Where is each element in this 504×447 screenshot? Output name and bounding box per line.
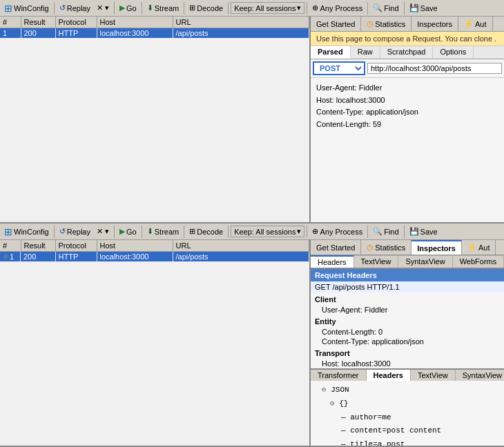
winconfig-button-2[interactable]: ⊞ WinConfig bbox=[1, 226, 52, 238]
sep-1 bbox=[54, 2, 55, 14]
bottom-tab-textview[interactable]: TextView bbox=[411, 370, 456, 381]
tree-toggle-obj[interactable]: ⊖ bbox=[330, 399, 335, 408]
compose-tab-raw[interactable]: Raw bbox=[351, 46, 380, 59]
sep-2-2 bbox=[114, 226, 115, 238]
entity-item-1: Content-Length: 0 bbox=[311, 327, 504, 337]
replay-button-2[interactable]: ↺ Replay bbox=[57, 226, 93, 237]
pane-1: ⊞ WinConfig ↺ Replay ✕ ▾ ▶ Go ⬇ Stream ⊞… bbox=[0, 0, 504, 223]
keep-sessions-button[interactable]: Keep: All sessions ▾ bbox=[231, 2, 304, 14]
info-bar-1: Use this page to compose a Request. You … bbox=[311, 32, 504, 46]
find-button[interactable]: 🔍 Find bbox=[370, 3, 401, 13]
inspector-sub-tabs: Headers TextView SyntaxView WebForms bbox=[311, 255, 504, 269]
transport-label: Transport bbox=[311, 348, 504, 359]
find-button-2[interactable]: 🔍 Find bbox=[370, 226, 401, 237]
cell-result-2: 200 bbox=[21, 252, 55, 262]
sub-tab-textview[interactable]: TextView bbox=[354, 255, 399, 268]
cell-result: 200 bbox=[21, 28, 55, 39]
header-line-1: User-Agent: Fiddler bbox=[316, 82, 498, 95]
sep-2 bbox=[114, 2, 115, 14]
col-header-protocol-2: Protocol bbox=[55, 240, 97, 252]
entity-section: Entity Content-Length: 0 Content-Type: a… bbox=[311, 315, 504, 346]
toolbar-2: ⊞ WinConfig ↺ Replay ✕ ▾ ▶ Go ⬇ Stream ⊞… bbox=[0, 223, 504, 240]
stream-button-1[interactable]: ⬇ Stream bbox=[144, 3, 182, 13]
stats-icon-2: ◷ bbox=[367, 243, 374, 252]
tab-aut-1[interactable]: ⚡ Aut bbox=[458, 17, 493, 31]
decode-button-2[interactable]: ⊞ Decode bbox=[186, 226, 226, 237]
col-header-url-1: URL bbox=[173, 17, 309, 28]
header-line-2: Host: localhost:3000 bbox=[316, 95, 498, 107]
decode-icon-2: ⊞ bbox=[189, 227, 195, 236]
sep-2-8 bbox=[404, 226, 405, 238]
tab-statistics-2[interactable]: ◷ Statistics bbox=[361, 240, 411, 255]
request-headers-title: Request Headers bbox=[311, 269, 504, 281]
save-button[interactable]: 💾 Save bbox=[407, 3, 440, 13]
table-row[interactable]: 1 200 HTTP localhost:3000 /api/posts bbox=[0, 28, 309, 39]
tab-get-started-1[interactable]: Get Started bbox=[311, 17, 361, 31]
any-process-button-2[interactable]: ⊕ Any Process bbox=[309, 226, 365, 237]
cell-protocol: HTTP bbox=[55, 28, 97, 39]
compose-tab-options[interactable]: Options bbox=[433, 46, 474, 59]
x-button-2[interactable]: ✕ ▾ bbox=[94, 226, 112, 237]
sep-8 bbox=[404, 2, 405, 14]
x-button[interactable]: ✕ ▾ bbox=[94, 3, 112, 13]
winconfig-icon: ⊞ bbox=[4, 3, 12, 14]
sub-tab-webforms[interactable]: WebForms bbox=[453, 255, 504, 268]
client-item-1: User-Agent: Fiddler bbox=[311, 305, 504, 315]
tab-inspectors-1[interactable]: Inspectors bbox=[411, 17, 458, 31]
col-header-num-2: # bbox=[0, 240, 21, 252]
decode-button[interactable]: ⊞ Decode bbox=[186, 3, 226, 13]
sep-2-5 bbox=[228, 226, 229, 238]
lightning-icon-1: ⚡ bbox=[464, 19, 474, 28]
keep-sessions-button-2[interactable]: Keep: All sessions ▾ bbox=[231, 226, 304, 237]
bottom-tab-syntaxview[interactable]: SyntaxView bbox=[456, 370, 504, 381]
sep-2-6 bbox=[307, 226, 307, 238]
sep-2-7 bbox=[367, 226, 368, 238]
session-panel-1: # Result Protocol Host URL 1 200 HTTP lo bbox=[0, 17, 311, 222]
sep-4 bbox=[184, 2, 184, 14]
save-button-2[interactable]: 💾 Save bbox=[407, 226, 440, 237]
table-row[interactable]: ⚙1 200 HTTP localhost:3000 /api/posts bbox=[0, 252, 309, 262]
toolbar-1: ⊞ WinConfig ↺ Replay ✕ ▾ ▶ Go ⬇ Stream ⊞… bbox=[0, 0, 504, 17]
right-panel-1: Get Started ◷ Statistics Inspectors ⚡ Au… bbox=[311, 17, 504, 222]
cell-url-2: /api/posts bbox=[173, 252, 309, 262]
stream-icon-1: ⬇ bbox=[147, 3, 153, 12]
compose-tab-parsed[interactable]: Parsed bbox=[311, 46, 351, 59]
sep-5 bbox=[228, 2, 229, 14]
col-header-host-1: Host bbox=[97, 17, 173, 28]
tab-inspectors-2[interactable]: Inspectors bbox=[411, 240, 462, 255]
entity-item-2: Content-Type: application/json bbox=[311, 337, 504, 346]
go-icon-2: ▶ bbox=[119, 227, 125, 236]
replay-button-1[interactable]: ↺ Replay bbox=[57, 3, 93, 13]
url-input[interactable] bbox=[367, 63, 502, 74]
winconfig-icon-2: ⊞ bbox=[4, 226, 12, 237]
sub-tab-headers[interactable]: Headers bbox=[311, 255, 354, 268]
tab-statistics-1[interactable]: ◷ Statistics bbox=[361, 17, 411, 31]
compose-tab-scratchpad[interactable]: Scratchpad bbox=[380, 46, 434, 59]
any-process-button[interactable]: ⊕ Any Process bbox=[309, 3, 365, 13]
winconfig-button[interactable]: ⊞ WinConfig bbox=[1, 2, 52, 14]
stats-icon-1: ◷ bbox=[367, 19, 374, 28]
lightning-icon-2: ⚡ bbox=[467, 243, 477, 252]
tab-bar-1: Get Started ◷ Statistics Inspectors ⚡ Au… bbox=[311, 17, 504, 32]
session-panel-2: # Result Protocol Host URL ⚙1 200 bbox=[0, 240, 311, 446]
header-line-4: Content-Length: 59 bbox=[316, 119, 498, 131]
sep-7 bbox=[367, 2, 368, 14]
method-select[interactable]: POST GET PUT DELETE bbox=[313, 61, 365, 75]
split-pane-2: # Result Protocol Host URL ⚙1 200 bbox=[0, 240, 504, 446]
sep-2-4 bbox=[184, 226, 184, 238]
replay-icon-2: ↺ bbox=[59, 227, 66, 236]
split-pane-1: # Result Protocol Host URL 1 200 HTTP lo bbox=[0, 17, 504, 222]
tab-aut-2[interactable]: ⚡ Aut bbox=[462, 240, 496, 255]
go-button-2[interactable]: ▶ Go bbox=[117, 226, 139, 237]
col-header-result-2: Result bbox=[21, 240, 55, 252]
tree-toggle-json[interactable]: ⊖ bbox=[322, 386, 327, 394]
bottom-tab-transformer[interactable]: Transformer bbox=[311, 370, 367, 381]
tab-get-started-2[interactable]: Get Started bbox=[311, 240, 361, 255]
sub-tab-syntaxview[interactable]: SyntaxView bbox=[398, 255, 452, 268]
col-header-result-1: Result bbox=[21, 17, 55, 28]
go-button[interactable]: ▶ Go bbox=[117, 3, 139, 13]
col-header-protocol-1: Protocol bbox=[55, 17, 97, 28]
url-bar-1: POST GET PUT DELETE bbox=[311, 59, 504, 78]
stream-button-2[interactable]: ⬇ Stream bbox=[144, 226, 182, 237]
bottom-tab-headers[interactable]: Headers bbox=[367, 370, 411, 381]
